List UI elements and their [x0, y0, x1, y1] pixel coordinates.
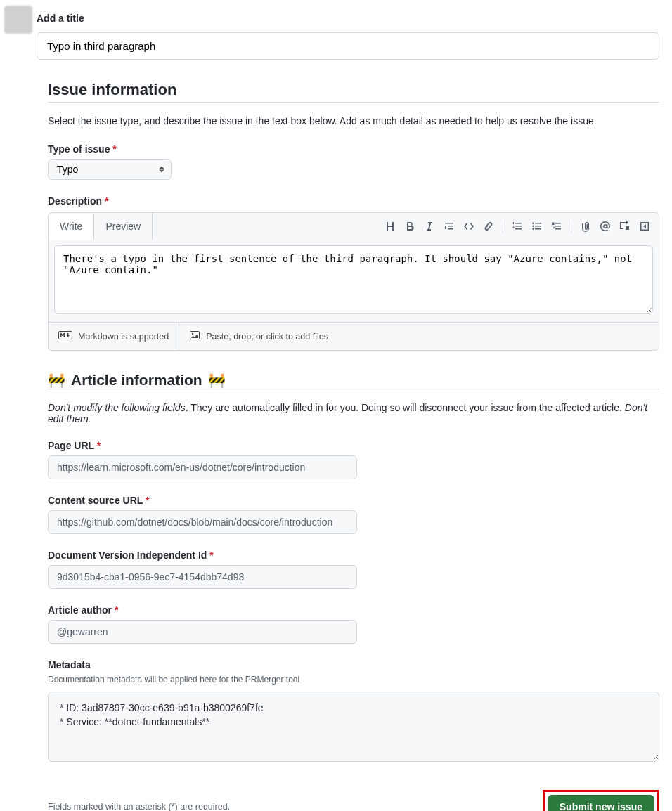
markdown-icon	[58, 331, 72, 342]
avatar	[4, 6, 32, 34]
cross-reference-icon[interactable]	[619, 221, 631, 232]
article-info-note: Don't modify the following fields. They …	[48, 402, 659, 424]
image-icon	[189, 330, 200, 343]
metadata-box[interactable]: * ID: 3ad87897-30cc-e639-b91a-b3800269f7…	[48, 692, 659, 762]
svg-point-5	[192, 333, 193, 335]
article-info-heading: Article information	[71, 372, 202, 389]
quote-icon[interactable]	[444, 221, 455, 232]
tab-write[interactable]: Write	[49, 214, 94, 240]
doc-version-id-input[interactable]	[48, 565, 357, 589]
metadata-label: Metadata	[48, 659, 91, 670]
svg-point-1	[532, 226, 534, 227]
type-of-issue-label: Type of issue	[48, 143, 110, 155]
article-author-label: Article author	[48, 604, 112, 616]
italic-icon[interactable]	[424, 221, 435, 232]
metadata-line: * Service: **dotnet-fundamentals**	[60, 716, 647, 727]
submit-new-issue-button[interactable]: Submit new issue	[548, 795, 654, 811]
required-asterisk: *	[115, 604, 118, 616]
submit-highlight-box: Submit new issue	[543, 790, 659, 811]
construction-icon: 🚧	[208, 372, 226, 389]
numbered-list-icon[interactable]	[512, 221, 523, 232]
type-of-issue-select[interactable]	[48, 159, 172, 180]
bullet-list-icon[interactable]	[531, 221, 543, 232]
mention-icon[interactable]	[600, 221, 611, 232]
heading-icon[interactable]	[385, 221, 396, 232]
metadata-help-text: Documentation metadata will be applied h…	[48, 675, 659, 685]
required-asterisk: *	[112, 143, 116, 155]
attach-files-area[interactable]: Paste, drop, or click to add files	[179, 323, 338, 350]
required-asterisk: *	[97, 440, 101, 451]
select-caret-icon	[159, 167, 164, 173]
page-url-input[interactable]	[48, 455, 357, 479]
required-fields-note: Fields marked with an asterisk (*) are r…	[48, 802, 230, 811]
issue-info-description: Select the issue type, and describe the …	[48, 115, 659, 126]
bold-icon[interactable]	[404, 221, 415, 232]
content-source-url-input[interactable]	[48, 510, 357, 534]
title-input[interactable]	[37, 32, 659, 60]
svg-point-0	[532, 223, 534, 224]
attach-icon[interactable]	[580, 221, 591, 232]
article-author-input[interactable]	[48, 620, 357, 644]
attach-files-text: Paste, drop, or click to add files	[206, 332, 328, 342]
description-textarea[interactable]	[54, 245, 653, 314]
content-source-url-label: Content source URL	[48, 495, 143, 506]
required-asterisk: *	[146, 495, 149, 506]
metadata-line: * ID: 3ad87897-30cc-e639-b91a-b3800269f7…	[60, 702, 647, 713]
tab-preview[interactable]: Preview	[94, 213, 153, 240]
saved-replies-icon[interactable]	[639, 221, 650, 232]
construction-icon: 🚧	[48, 372, 65, 389]
code-icon[interactable]	[463, 221, 474, 232]
description-label: Description	[48, 195, 102, 207]
svg-point-2	[532, 228, 534, 230]
task-list-icon[interactable]	[551, 221, 562, 232]
link-icon[interactable]	[483, 221, 494, 232]
required-asterisk: *	[209, 550, 213, 561]
required-asterisk: *	[105, 195, 108, 207]
page-url-label: Page URL	[48, 440, 94, 451]
issue-info-heading: Issue information	[48, 81, 659, 99]
title-label: Add a title	[37, 13, 84, 24]
markdown-supported-text: Markdown is supported	[78, 332, 169, 342]
doc-version-id-label: Document Version Independent Id	[48, 550, 207, 561]
